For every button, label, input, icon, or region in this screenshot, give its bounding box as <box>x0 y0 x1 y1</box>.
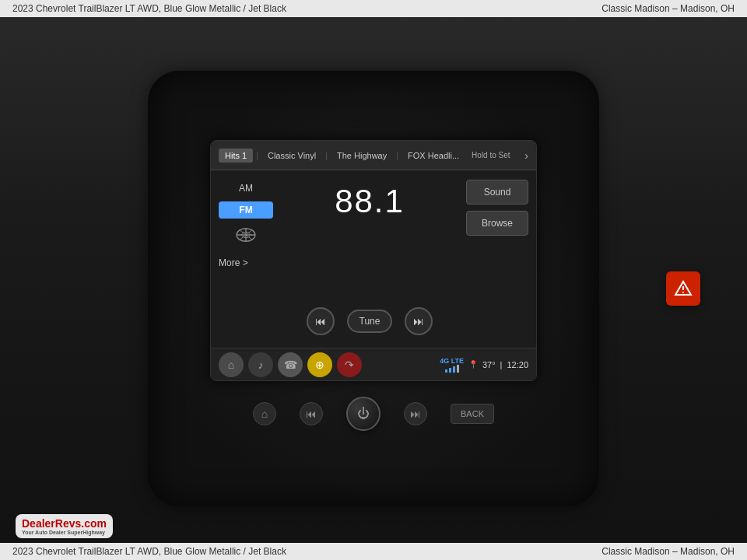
dealer-logo: DealerRevs.com <box>22 517 107 530</box>
apps-nav-button[interactable]: ⊕ <box>307 352 332 377</box>
lte-badge: 4G LTE <box>440 357 464 365</box>
dashboard: Hits 1 | Classic Vinyl | The Highway | F… <box>0 17 747 560</box>
header-center: Classic Madison – Madison, OH <box>601 3 735 14</box>
prev-track-button[interactable]: ⏮ <box>307 307 335 335</box>
satellite-button[interactable] <box>219 223 273 247</box>
time-separator: | <box>500 360 503 369</box>
tab-arrow-icon[interactable]: › <box>524 149 528 162</box>
location-icon: 📍 <box>468 360 478 369</box>
infotainment-screen: Hits 1 | Classic Vinyl | The Highway | F… <box>210 140 537 381</box>
next-physical-button[interactable]: ⏭ <box>404 402 427 425</box>
temperature-display: 37° <box>482 360 496 369</box>
sound-button[interactable]: Sound <box>466 180 528 205</box>
tab-fox[interactable]: FOX Headli... <box>402 149 465 163</box>
center-column: 88.1 ⏮ Tune ⏭ <box>279 177 460 341</box>
music-nav-button[interactable]: ♪ <box>248 352 273 377</box>
dealer-tagline: Your Auto Dealer SuperHighway <box>22 530 107 535</box>
tune-button[interactable]: Tune <box>347 310 393 333</box>
nav-right-info: 4G LTE 📍 37° | 12: <box>440 357 528 373</box>
next-track-button[interactable]: ⏭ <box>405 307 433 335</box>
tab-divider-3: | <box>396 151 398 160</box>
signal-bar-3 <box>453 366 455 373</box>
source-column: AM FM <box>219 177 273 341</box>
more-button[interactable]: More > <box>219 257 273 268</box>
car-background: 2023 Chevrolet TrailBlazer LT AWD, Blue … <box>0 0 747 560</box>
footer-center: Classic Madison – Madison, OH <box>601 546 735 557</box>
signal-bar-4 <box>457 365 459 373</box>
tab-bar: Hits 1 | Classic Vinyl | The Highway | F… <box>211 141 536 170</box>
dealer-watermark: DealerRevs.com Your Auto Dealer SuperHig… <box>16 514 113 538</box>
home-physical-button[interactable]: ⌂ <box>253 402 276 425</box>
hazard-button[interactable] <box>666 271 700 306</box>
radio-area: AM FM <box>211 170 536 348</box>
physical-controls: ⌂ ⏮ ⏻ ⏭ BACK <box>247 390 500 437</box>
playback-controls: ⏮ Tune ⏭ <box>307 307 433 335</box>
home-nav-button[interactable]: ⌂ <box>219 352 244 377</box>
maps-nav-button[interactable]: ↷ <box>337 352 362 377</box>
right-column: Sound Browse <box>466 177 528 341</box>
svg-point-8 <box>682 292 684 293</box>
prev-physical-button[interactable]: ⏮ <box>300 402 323 425</box>
top-header: 2023 Chevrolet TrailBlazer LT AWD, Blue … <box>0 0 747 17</box>
signal-bar-2 <box>449 368 451 373</box>
bottom-nav: ⌂ ♪ ☎ ⊕ ↷ 4G LTE <box>211 348 536 380</box>
browse-button[interactable]: Browse <box>466 211 528 236</box>
satellite-icon <box>235 226 257 243</box>
frequency-display: 88.1 <box>335 183 405 220</box>
interior-surround: Hits 1 | Classic Vinyl | The Highway | F… <box>148 71 599 506</box>
signal-bars <box>445 365 459 373</box>
screen-content: Hits 1 | Classic Vinyl | The Highway | F… <box>211 141 536 380</box>
tab-divider-2: | <box>325 151 328 160</box>
tab-highway[interactable]: The Highway <box>331 149 393 163</box>
phone-nav-button[interactable]: ☎ <box>278 352 303 377</box>
tab-classic-vinyl[interactable]: Classic Vinyl <box>261 149 322 163</box>
time-display: 12:20 <box>507 360 528 369</box>
bottom-bar: 2023 Chevrolet TrailBlazer LT AWD, Blue … <box>0 543 747 560</box>
am-button[interactable]: AM <box>219 180 273 197</box>
signal-area: 4G LTE <box>440 357 464 373</box>
power-knob[interactable]: ⏻ <box>346 397 381 431</box>
dealer-tld: .com <box>81 517 107 530</box>
back-physical-button[interactable]: BACK <box>451 404 494 424</box>
tab-hits1[interactable]: Hits 1 <box>219 149 253 163</box>
footer-left: 2023 Chevrolet TrailBlazer LT AWD, Blue … <box>12 546 286 557</box>
fm-button[interactable]: FM <box>219 201 273 219</box>
header-left: 2023 Chevrolet TrailBlazer LT AWD, Blue … <box>12 3 286 14</box>
signal-bar-1 <box>445 369 447 373</box>
tab-divider-1: | <box>256 151 258 160</box>
tab-hold: Hold to Set <box>472 151 510 159</box>
